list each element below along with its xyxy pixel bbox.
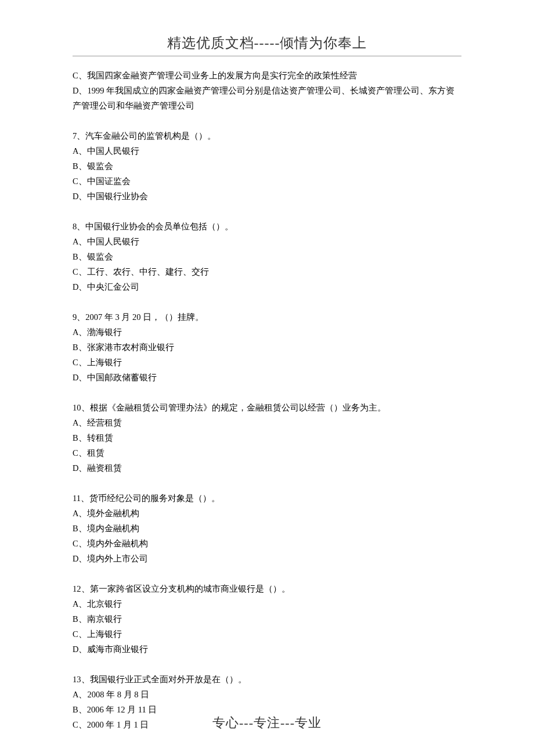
option-line: A、中国人民银行 bbox=[73, 143, 461, 159]
option-line: A、中国人民银行 bbox=[73, 234, 461, 249]
question-block: 9、2007 年 3 月 20 日，（）挂牌。 A、渤海银行 B、张家港市农村商… bbox=[73, 309, 461, 385]
question-stem: 10、根据《金融租赁公司管理办法》的规定，金融租赁公司以经营（）业务为主。 bbox=[73, 400, 461, 415]
option-line: D、中央汇金公司 bbox=[73, 279, 461, 294]
page-footer: 专心---专注---专业 bbox=[0, 714, 534, 732]
option-line: C、租赁 bbox=[73, 445, 461, 460]
option-line: A、渤海银行 bbox=[73, 325, 461, 340]
question-block: 12、第一家跨省区设立分支机构的城市商业银行是（）。 A、北京银行 B、南京银行… bbox=[73, 581, 461, 657]
question-block: 7、汽车金融公司的监管机构是（）。 A、中国人民银行 B、银监会 C、中国证监会… bbox=[73, 128, 461, 204]
option-line: B、境内金融机构 bbox=[73, 521, 461, 536]
option-line: B、南京银行 bbox=[73, 611, 461, 627]
question-stem: 9、2007 年 3 月 20 日，（）挂牌。 bbox=[73, 309, 461, 325]
option-line: A、经营租赁 bbox=[73, 415, 461, 430]
option-line: A、2008 年 8 月 8 日 bbox=[73, 687, 461, 702]
question-stem: 12、第一家跨省区设立分支机构的城市商业银行是（）。 bbox=[73, 581, 461, 596]
question-stem: 7、汽车金融公司的监管机构是（）。 bbox=[73, 128, 461, 143]
option-line: C、上海银行 bbox=[73, 627, 461, 642]
question-stem: 13、我国银行业正式全面对外开放是在（）。 bbox=[73, 672, 461, 687]
option-line: C、中国证监会 bbox=[73, 174, 461, 189]
option-line: C、工行、农行、中行、建行、交行 bbox=[73, 264, 461, 279]
question-block: 11、货币经纪公司的服务对象是（）。 A、境外金融机构 B、境内金融机构 C、境… bbox=[73, 491, 461, 566]
option-line: D、中国邮政储蓄银行 bbox=[73, 370, 461, 385]
option-line: D、1999 年我国成立的四家金融资产管理公司分别是信达资产管理公司、长城资产管… bbox=[73, 83, 461, 113]
question-stem: 11、货币经纪公司的服务对象是（）。 bbox=[73, 491, 461, 506]
option-line: D、融资租赁 bbox=[73, 460, 461, 476]
option-line: B、银监会 bbox=[73, 159, 461, 174]
option-line: B、转租赁 bbox=[73, 430, 461, 445]
option-line: D、威海市商业银行 bbox=[73, 642, 461, 657]
page-header: 精选优质文档-----倾情为你奉上 bbox=[73, 34, 461, 56]
question-block: 8、中国银行业协会的会员单位包括（）。 A、中国人民银行 B、银监会 C、工行、… bbox=[73, 219, 461, 294]
option-line: B、张家港市农村商业银行 bbox=[73, 340, 461, 355]
orphan-option-block: C、我国四家金融资产管理公司业务上的发展方向是实行完全的政策性经营 D、1999… bbox=[73, 68, 461, 113]
option-line: C、上海银行 bbox=[73, 355, 461, 370]
option-line: D、中国银行业协会 bbox=[73, 189, 461, 204]
option-line: C、境内外金融机构 bbox=[73, 536, 461, 551]
option-line: D、境内外上市公司 bbox=[73, 551, 461, 566]
option-line: A、北京银行 bbox=[73, 596, 461, 611]
option-line: C、我国四家金融资产管理公司业务上的发展方向是实行完全的政策性经营 bbox=[73, 68, 461, 83]
document-body: C、我国四家金融资产管理公司业务上的发展方向是实行完全的政策性经营 D、1999… bbox=[73, 68, 461, 732]
question-block: 10、根据《金融租赁公司管理办法》的规定，金融租赁公司以经营（）业务为主。 A、… bbox=[73, 400, 461, 476]
option-line: B、银监会 bbox=[73, 249, 461, 264]
header-rule bbox=[73, 56, 461, 56]
option-line: A、境外金融机构 bbox=[73, 506, 461, 521]
question-stem: 8、中国银行业协会的会员单位包括（）。 bbox=[73, 219, 461, 234]
